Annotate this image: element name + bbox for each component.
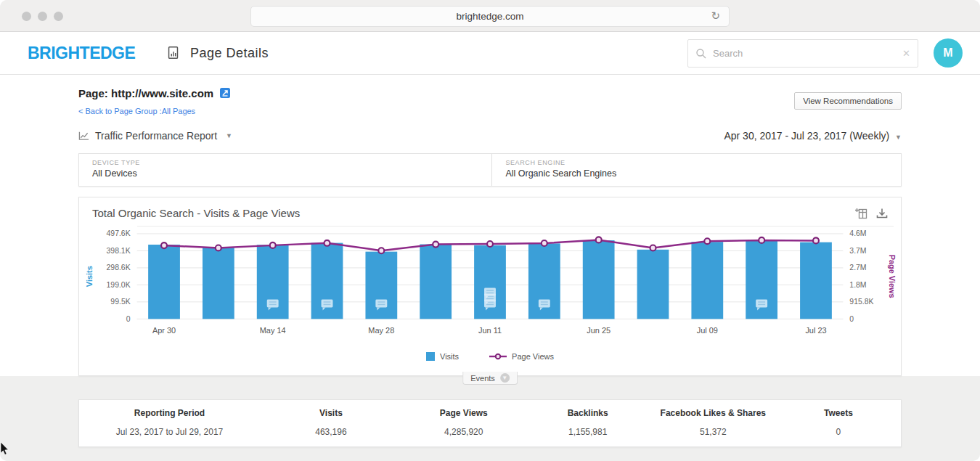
page-title: Page Details	[190, 46, 269, 61]
chart-legend: Visits Page Views	[79, 348, 901, 365]
add-to-dashboard-icon[interactable]	[855, 208, 867, 219]
main-content: Page: http://www.site.com < Back to Page…	[0, 75, 980, 376]
report-name: Traffic Performance Report	[95, 130, 217, 142]
device-type-label: DEVICE TYPE	[92, 159, 478, 166]
search-icon	[695, 48, 707, 60]
back-to-page-group-link[interactable]: < Back to Page Group :All Pages	[78, 107, 902, 118]
col-page-views: Page Views	[402, 408, 526, 418]
summary-section: Reporting Period Visits Page Views Backl…	[0, 376, 980, 461]
svg-text:915.8K: 915.8K	[849, 298, 873, 306]
chart-panel: Total Organic Search - Visits & Page Vie…	[78, 197, 902, 376]
table-header-row: Reporting Period Visits Page Views Backl…	[79, 400, 901, 418]
col-facebook: Facebook Likes & Shares	[650, 408, 776, 418]
svg-text:Jul 23: Jul 23	[805, 326, 826, 335]
svg-text:398.1K: 398.1K	[107, 247, 131, 255]
window-control-dot[interactable]	[22, 12, 31, 21]
svg-text:0: 0	[849, 315, 854, 323]
brightedge-logo[interactable]: BRIGHTEDGE	[28, 44, 135, 63]
chart-title: Total Organic Search - Visits & Page Vie…	[92, 207, 300, 219]
page-url-title: Page: http://www.site.com	[78, 87, 213, 99]
date-range-text: Apr 30, 2017 - Jul 23, 2017 (Weekly)	[724, 130, 889, 142]
legend-page-views[interactable]: Page Views	[489, 352, 554, 361]
legend-visits-label: Visits	[440, 352, 459, 361]
svg-text:2.7M: 2.7M	[849, 264, 866, 272]
report-selector[interactable]: Traffic Performance Report ▼	[78, 130, 232, 142]
cell-backlinks: 1,155,981	[526, 427, 650, 437]
search-engine-value: All Organic Search Engines	[505, 168, 888, 179]
clear-search-icon[interactable]: ✕	[902, 48, 910, 59]
cell-page-views: 4,285,920	[402, 427, 526, 437]
mouse-cursor	[0, 442, 9, 457]
cell-visits: 463,196	[260, 427, 402, 437]
col-reporting-period: Reporting Period	[79, 408, 260, 418]
svg-text:Apr 30: Apr 30	[152, 326, 176, 335]
summary-table: Reporting Period Visits Page Views Backl…	[78, 399, 902, 447]
chevron-down-icon: ▼	[895, 134, 902, 141]
col-backlinks: Backlinks	[526, 408, 650, 418]
search-input[interactable]	[713, 48, 902, 59]
traffic-chart[interactable]: 497.6K4.6M398.1K3.7M298.6K2.7M199.0K1.8M…	[79, 229, 901, 346]
search-engine-label: SEARCH ENGINE	[505, 159, 888, 166]
browser-window: brightedge.com ↻ BRIGHTEDGE Page Details…	[0, 0, 980, 461]
svg-text:298.6K: 298.6K	[107, 264, 131, 272]
device-type-filter[interactable]: DEVICE TYPE All Devices	[79, 154, 492, 186]
legend-page-views-label: Page Views	[512, 352, 554, 361]
date-range-selector[interactable]: Apr 30, 2017 - Jul 23, 2017 (Weekly) ▼	[724, 130, 902, 142]
download-icon[interactable]	[876, 208, 888, 219]
svg-text:497.6K: 497.6K	[107, 229, 131, 237]
svg-text:Jul 09: Jul 09	[697, 326, 718, 335]
app-header: BRIGHTEDGE Page Details ✕ M	[0, 32, 980, 75]
svg-text:May 14: May 14	[260, 326, 286, 335]
chevron-down-icon: ▼	[500, 373, 510, 383]
svg-text:99.5K: 99.5K	[110, 298, 130, 306]
address-bar[interactable]: brightedge.com ↻	[250, 6, 730, 27]
svg-text:199.0K: 199.0K	[107, 281, 131, 289]
device-type-value: All Devices	[92, 168, 478, 179]
svg-text:1.8M: 1.8M	[849, 281, 866, 289]
events-button[interactable]: Events ▼	[462, 372, 518, 385]
svg-text:Visits: Visits	[85, 266, 94, 287]
table-row: Jul 23, 2017 to Jul 29, 2017 463,196 4,2…	[79, 418, 901, 446]
svg-text:May 28: May 28	[368, 326, 394, 335]
view-recommendations-button[interactable]: View Recommendations	[794, 92, 902, 110]
cell-facebook: 51,372	[650, 427, 776, 437]
browser-chrome: brightedge.com ↻	[0, 0, 980, 32]
window-controls	[22, 12, 63, 21]
svg-text:Jun 11: Jun 11	[478, 326, 502, 335]
url-text: brightedge.com	[456, 11, 523, 22]
search-box[interactable]: ✕	[687, 39, 918, 68]
chevron-down-icon: ▼	[226, 132, 232, 139]
svg-text:Page Views: Page Views	[888, 255, 897, 298]
filters-bar: DEVICE TYPE All Devices SEARCH ENGINE Al…	[78, 153, 902, 187]
cell-reporting-period: Jul 23, 2017 to Jul 29, 2017	[79, 427, 260, 437]
refresh-icon[interactable]: ↻	[711, 9, 720, 23]
svg-text:4.6M: 4.6M	[849, 229, 866, 237]
search-engine-filter[interactable]: SEARCH ENGINE All Organic Search Engines	[492, 154, 901, 186]
col-tweets: Tweets	[776, 408, 901, 418]
events-label: Events	[470, 374, 495, 383]
chart-divider	[137, 226, 894, 227]
cell-tweets: 0	[776, 427, 901, 437]
external-link-icon[interactable]	[219, 87, 231, 99]
page-details-icon	[166, 45, 181, 64]
line-chart-icon	[78, 131, 89, 141]
visits-swatch-icon	[426, 352, 435, 361]
avatar[interactable]: M	[934, 38, 963, 68]
legend-visits[interactable]: Visits	[426, 352, 459, 361]
svg-text:Jun 25: Jun 25	[587, 326, 611, 335]
window-control-dot[interactable]	[54, 12, 63, 21]
svg-text:3.7M: 3.7M	[849, 247, 866, 255]
window-control-dot[interactable]	[38, 12, 47, 21]
col-visits: Visits	[260, 408, 402, 418]
page-views-swatch-icon	[489, 353, 507, 360]
svg-text:0: 0	[126, 315, 131, 323]
